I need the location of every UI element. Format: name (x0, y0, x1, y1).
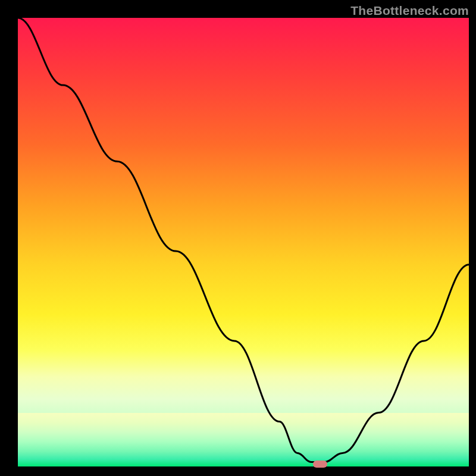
plot-area (18, 18, 469, 466)
optimal-point-marker (313, 461, 327, 468)
chart-frame: TheBottleneck.com (0, 0, 476, 476)
watermark-text: TheBottleneck.com (350, 4, 469, 18)
bottleneck-curve (18, 18, 469, 466)
